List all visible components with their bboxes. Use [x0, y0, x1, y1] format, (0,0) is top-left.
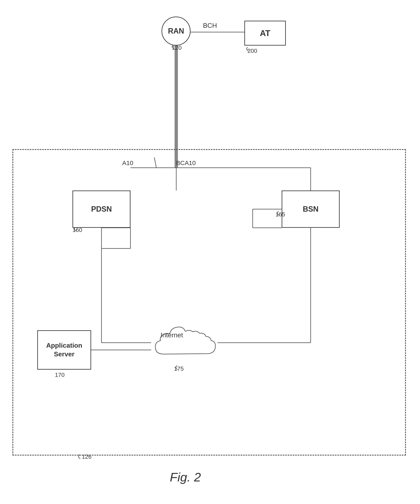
bsn-label: BSN: [303, 205, 318, 214]
a10-label: A10: [122, 159, 133, 167]
ref-120: 120: [172, 44, 182, 51]
pdsn-label: PDSN: [91, 205, 112, 214]
bch-label: BCH: [203, 22, 217, 30]
internet-cloud-svg: [151, 317, 217, 366]
bca10-label: BCA10: [176, 159, 196, 167]
pdsn-node: PDSN: [72, 191, 131, 228]
ref-170: 170: [55, 372, 65, 378]
at-node: AT: [244, 21, 286, 46]
ref-200: 200: [247, 48, 257, 54]
app-server-label: ApplicationServer: [46, 341, 82, 358]
app-server-node: ApplicationServer: [37, 330, 91, 370]
network-box: [12, 149, 406, 456]
ran-label: RAN: [168, 27, 184, 36]
ref-160: 160: [72, 227, 82, 233]
bsn-node: BSN: [282, 191, 340, 228]
figure-label: Fig. 2: [170, 470, 201, 484]
diagram-container: RAN AT BCH 120 200 A10 BCA10 PDSN BSN 16…: [0, 0, 420, 504]
internet-label: Internet: [161, 331, 183, 339]
ref-165: 165: [276, 211, 285, 218]
ref-126: 126: [82, 453, 91, 460]
at-label: AT: [260, 29, 270, 38]
ran-node: RAN: [162, 17, 191, 46]
ref-175: 175: [174, 366, 184, 372]
